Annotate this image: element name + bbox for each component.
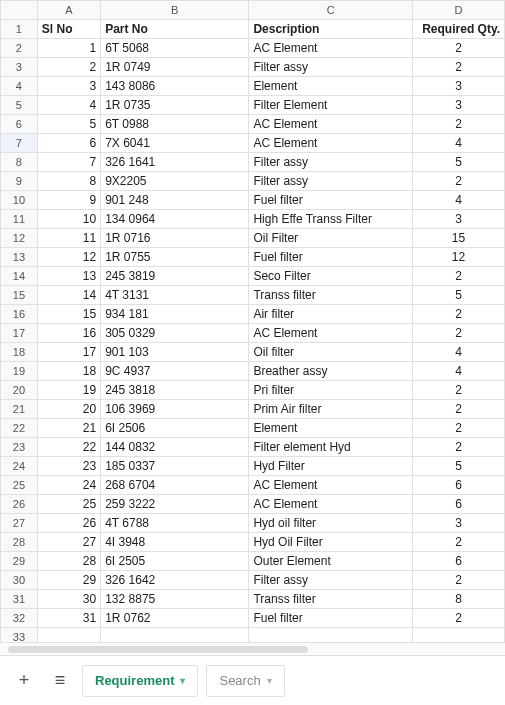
cell[interactable]: 16 (37, 324, 100, 343)
cell[interactable]: Oil Filter (249, 229, 413, 248)
cell[interactable]: Filter element Hyd (249, 438, 413, 457)
cell[interactable]: 106 3969 (101, 400, 249, 419)
cell[interactable]: 8 (37, 172, 100, 191)
cell[interactable]: 6I 2506 (101, 419, 249, 438)
cell[interactable]: Element (249, 419, 413, 438)
cell[interactable]: 1R 0755 (101, 248, 249, 267)
cell[interactable]: 134 0964 (101, 210, 249, 229)
row-header[interactable]: 17 (1, 324, 38, 343)
cell[interactable]: 6T 0988 (101, 115, 249, 134)
cell[interactable]: 2 (412, 571, 504, 590)
cell[interactable]: 3 (412, 514, 504, 533)
cell[interactable]: 4T 3131 (101, 286, 249, 305)
cell[interactable]: 1R 0716 (101, 229, 249, 248)
cell[interactable]: 3 (412, 210, 504, 229)
cell[interactable]: 2 (412, 609, 504, 628)
cell[interactable]: 901 248 (101, 191, 249, 210)
row-header[interactable]: 27 (1, 514, 38, 533)
cell[interactable]: 2 (37, 58, 100, 77)
cell[interactable]: 2 (412, 438, 504, 457)
row-header[interactable]: 6 (1, 115, 38, 134)
col-header-D[interactable]: D (412, 1, 504, 20)
cell[interactable]: Filter Element (249, 96, 413, 115)
cell[interactable]: 2 (412, 419, 504, 438)
cell[interactable]: Hyd oil filter (249, 514, 413, 533)
cell[interactable]: 185 0337 (101, 457, 249, 476)
row-header[interactable]: 8 (1, 153, 38, 172)
cell[interactable]: 27 (37, 533, 100, 552)
cell[interactable]: 2 (412, 267, 504, 286)
cell[interactable]: Element (249, 77, 413, 96)
col-header-C[interactable]: C (249, 1, 413, 20)
row-header[interactable]: 12 (1, 229, 38, 248)
cell[interactable]: Transs filter (249, 286, 413, 305)
corner-cell[interactable] (1, 1, 38, 20)
cell[interactable]: 6 (412, 476, 504, 495)
cell[interactable]: 29 (37, 571, 100, 590)
cell[interactable]: 245 3819 (101, 267, 249, 286)
all-sheets-button[interactable]: ≡ (46, 667, 74, 695)
cell[interactable]: 31 (37, 609, 100, 628)
cell[interactable]: 20 (37, 400, 100, 419)
row-header[interactable]: 23 (1, 438, 38, 457)
cell[interactable]: 2 (412, 533, 504, 552)
cell[interactable]: 2 (412, 400, 504, 419)
cell[interactable]: Filter assy (249, 571, 413, 590)
cell[interactable]: Part No (101, 20, 249, 39)
cell[interactable]: Air filter (249, 305, 413, 324)
cell[interactable]: 2 (412, 381, 504, 400)
cell[interactable]: 144 0832 (101, 438, 249, 457)
cell[interactable]: 8 (412, 590, 504, 609)
row-header[interactable]: 28 (1, 533, 38, 552)
cell[interactable]: 12 (412, 248, 504, 267)
cell[interactable]: 26 (37, 514, 100, 533)
row-header[interactable]: 10 (1, 191, 38, 210)
cell[interactable]: Filter assy (249, 153, 413, 172)
cell[interactable]: 23 (37, 457, 100, 476)
row-header[interactable]: 22 (1, 419, 38, 438)
row-header[interactable]: 24 (1, 457, 38, 476)
tab-search[interactable]: Search ▾ (206, 665, 284, 697)
cell[interactable]: 268 6704 (101, 476, 249, 495)
row-header[interactable]: 25 (1, 476, 38, 495)
row-header[interactable]: 30 (1, 571, 38, 590)
row-header[interactable]: 1 (1, 20, 38, 39)
cell[interactable]: Outer Element (249, 552, 413, 571)
row-header[interactable]: 26 (1, 495, 38, 514)
cell[interactable]: 13 (37, 267, 100, 286)
cell[interactable]: 901 103 (101, 343, 249, 362)
cell[interactable]: AC Element (249, 39, 413, 58)
cell[interactable]: 22 (37, 438, 100, 457)
cell[interactable]: 4 (37, 96, 100, 115)
cell[interactable]: Fuel filter (249, 609, 413, 628)
cell[interactable]: Hyd Oil Filter (249, 533, 413, 552)
cell[interactable]: AC Element (249, 134, 413, 153)
cell[interactable]: 3 (412, 77, 504, 96)
cell[interactable]: 14 (37, 286, 100, 305)
row-header[interactable]: 20 (1, 381, 38, 400)
cell[interactable]: 6 (412, 552, 504, 571)
cell[interactable]: Prim Air filter (249, 400, 413, 419)
row-header[interactable]: 5 (1, 96, 38, 115)
cell[interactable]: 3 (412, 96, 504, 115)
cell[interactable]: AC Element (249, 476, 413, 495)
cell[interactable]: 5 (37, 115, 100, 134)
cell[interactable]: 21 (37, 419, 100, 438)
cell[interactable] (101, 628, 249, 642)
scrollbar-thumb[interactable] (8, 646, 308, 653)
horizontal-scrollbar[interactable] (0, 642, 505, 656)
cell[interactable]: Pri filter (249, 381, 413, 400)
col-header-B[interactable]: B (101, 1, 249, 20)
cell[interactable]: 6T 5068 (101, 39, 249, 58)
cell[interactable]: 143 8086 (101, 77, 249, 96)
cell[interactable]: 1 (37, 39, 100, 58)
cell[interactable]: 2 (412, 115, 504, 134)
cell[interactable]: 12 (37, 248, 100, 267)
cell[interactable]: 6 (37, 134, 100, 153)
cell[interactable]: Required Qty. (412, 20, 504, 39)
row-header[interactable]: 14 (1, 267, 38, 286)
cell[interactable]: 1R 0735 (101, 96, 249, 115)
cell[interactable]: Breather assy (249, 362, 413, 381)
cell[interactable]: Description (249, 20, 413, 39)
cell[interactable]: 1R 0749 (101, 58, 249, 77)
